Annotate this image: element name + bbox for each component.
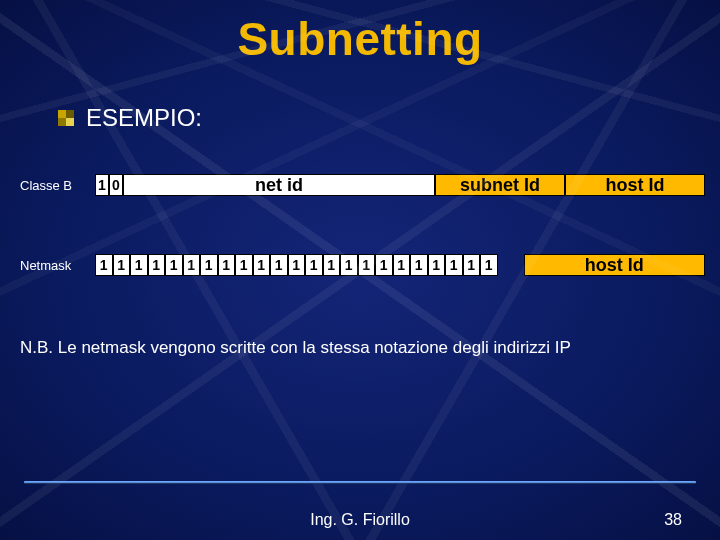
classb-label: Classe B — [20, 178, 95, 193]
classb-bit-0: 1 — [95, 174, 109, 196]
netmask-bit-8: 1 — [235, 254, 253, 276]
netmask-bit-2: 1 — [130, 254, 148, 276]
netmask-bit-1: 1 — [113, 254, 131, 276]
netmask-host-segment: host Id — [524, 254, 706, 276]
netmask-bit-21: 1 — [463, 254, 481, 276]
classb-subnet-segment: subnet Id — [435, 174, 565, 196]
netmask-bit-0: 1 — [95, 254, 113, 276]
netmask-bit-17: 1 — [393, 254, 411, 276]
classb-diagram: 1 0 net id subnet Id host Id — [95, 174, 705, 196]
classb-bit-1: 0 — [109, 174, 123, 196]
bullet-text: ESEMPIO: — [86, 104, 202, 132]
netmask-bit-18: 1 — [410, 254, 428, 276]
bullet-icon — [58, 110, 74, 126]
netmask-bit-11: 1 — [288, 254, 306, 276]
classb-host-segment: host Id — [565, 174, 705, 196]
netmask-bit-15: 1 — [358, 254, 376, 276]
netmask-bit-10: 1 — [270, 254, 288, 276]
netmask-bit-19: 1 — [428, 254, 446, 276]
footer-author: Ing. G. Fiorillo — [310, 511, 410, 529]
slide-title: Subnetting — [0, 0, 720, 66]
netmask-bit-20: 1 — [445, 254, 463, 276]
netmask-bit-3: 1 — [148, 254, 166, 276]
classb-row: Classe B 1 0 net id subnet Id host Id — [20, 174, 705, 196]
netmask-bit-14: 1 — [340, 254, 358, 276]
netmask-bit-4: 1 — [165, 254, 183, 276]
netmask-bit-12: 1 — [305, 254, 323, 276]
netmask-gap — [498, 254, 524, 276]
netmask-bit-9: 1 — [253, 254, 271, 276]
note-text: N.B. Le netmask vengono scritte con la s… — [20, 338, 702, 358]
footer-page-number: 38 — [664, 511, 682, 529]
footer-rule — [24, 481, 696, 484]
bullet-row: ESEMPIO: — [58, 104, 720, 132]
netmask-bits-container: 11111111111111111111111 — [95, 254, 498, 276]
netmask-bit-6: 1 — [200, 254, 218, 276]
netmask-label: Netmask — [20, 258, 95, 273]
netmask-diagram: 11111111111111111111111 host Id — [95, 254, 705, 276]
netmask-bit-13: 1 — [323, 254, 341, 276]
netmask-row: Netmask 11111111111111111111111 host Id — [20, 254, 705, 276]
classb-netid-segment: net id — [123, 174, 435, 196]
netmask-bit-5: 1 — [183, 254, 201, 276]
netmask-bit-22: 1 — [480, 254, 498, 276]
netmask-bit-7: 1 — [218, 254, 236, 276]
netmask-bit-16: 1 — [375, 254, 393, 276]
